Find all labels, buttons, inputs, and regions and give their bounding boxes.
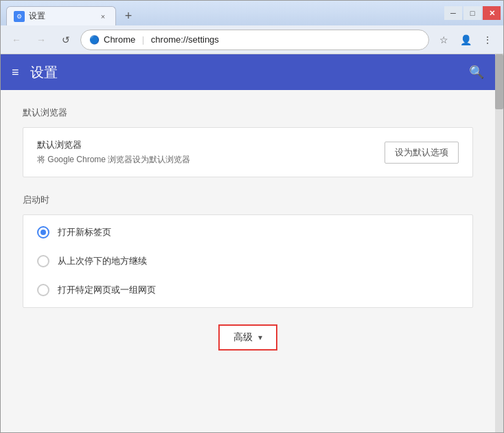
new-tab-button[interactable]: + xyxy=(119,6,138,25)
radio-specific[interactable] xyxy=(37,284,49,296)
advanced-button[interactable]: 高级 ▾ xyxy=(218,324,277,351)
reload-button[interactable]: ↺ xyxy=(56,30,76,50)
advanced-section: 高级 ▾ xyxy=(23,324,473,351)
address-bar[interactable]: 🔵 Chrome | chrome://settings xyxy=(80,30,429,50)
content-area: ≡ 设置 🔍 默认浏览器 默认浏览器 将 Google Chrome 浏览器设为… xyxy=(1,54,503,432)
default-browser-label: 默认浏览器 xyxy=(37,139,190,151)
startup-section-title: 启动时 xyxy=(23,194,473,206)
radio-new-tab[interactable] xyxy=(37,226,49,238)
search-icon[interactable]: 🔍 xyxy=(469,65,484,80)
secure-icon: 🔵 xyxy=(89,35,100,45)
address-text: Chrome | chrome://settings xyxy=(104,34,420,45)
menu-button[interactable]: ⋮ xyxy=(477,30,498,50)
startup-option-specific[interactable]: 打开特定网页或一组网页 xyxy=(23,276,472,304)
advanced-label: 高级 xyxy=(233,331,253,344)
tab-area: ⚙ 设置 × + xyxy=(6,1,444,25)
tab-close-button[interactable]: × xyxy=(98,11,108,22)
settings-container: ≡ 设置 🔍 默认浏览器 默认浏览器 将 Google Chrome 浏览器设为… xyxy=(1,54,495,432)
default-browser-info: 默认浏览器 将 Google Chrome 浏览器设为默认浏览器 xyxy=(37,139,190,166)
radio-continue[interactable] xyxy=(37,255,49,267)
scrollbar-thumb[interactable] xyxy=(495,54,503,109)
settings-body: 默认浏览器 默认浏览器 将 Google Chrome 浏览器设为默认浏览器 设… xyxy=(1,90,495,384)
hamburger-icon[interactable]: ≡ xyxy=(12,65,19,80)
default-browser-card: 默认浏览器 将 Google Chrome 浏览器设为默认浏览器 设为默认选项 xyxy=(23,127,473,177)
maximize-button[interactable]: □ xyxy=(463,6,481,20)
browser-window: ⚙ 设置 × + ─ □ ✕ ← → ↺ 🔵 Chrome | chrome:/… xyxy=(0,0,504,433)
scrollbar-track[interactable] xyxy=(495,54,503,432)
navbar: ← → ↺ 🔵 Chrome | chrome://settings ☆ 👤 ⋮ xyxy=(1,25,503,54)
titlebar: ⚙ 设置 × + ─ □ ✕ xyxy=(1,1,503,25)
back-button[interactable]: ← xyxy=(6,30,27,50)
chevron-down-icon: ▾ xyxy=(258,333,262,342)
settings-header: ≡ 设置 🔍 xyxy=(1,54,495,90)
active-tab[interactable]: ⚙ 设置 × xyxy=(6,6,116,25)
startup-option-label-new-tab: 打开新标签页 xyxy=(58,226,111,238)
settings-page-title: 设置 xyxy=(30,63,458,82)
bookmark-button[interactable]: ☆ xyxy=(433,30,454,50)
startup-card: 打开新标签页 从上次停下的地方继续 打开特定网页或一组网页 xyxy=(23,214,473,308)
close-button[interactable]: ✕ xyxy=(483,6,501,20)
nav-right-buttons: ☆ 👤 ⋮ xyxy=(433,30,498,50)
set-default-button[interactable]: 设为默认选项 xyxy=(385,142,459,164)
window-controls: ─ □ ✕ xyxy=(444,6,503,20)
forward-button[interactable]: → xyxy=(31,30,51,50)
tab-title: 设置 xyxy=(29,10,93,22)
default-browser-section-title: 默认浏览器 xyxy=(23,107,473,119)
startup-option-label-continue: 从上次停下的地方继续 xyxy=(58,255,147,267)
radio-inner xyxy=(41,230,46,235)
tab-favicon: ⚙ xyxy=(14,11,25,22)
startup-option-new-tab[interactable]: 打开新标签页 xyxy=(23,218,472,247)
default-browser-desc: 将 Google Chrome 浏览器设为默认浏览器 xyxy=(37,154,190,166)
minimize-button[interactable]: ─ xyxy=(444,6,462,20)
profile-button[interactable]: 👤 xyxy=(455,30,476,50)
startup-option-continue[interactable]: 从上次停下的地方继续 xyxy=(23,247,472,276)
startup-option-label-specific: 打开特定网页或一组网页 xyxy=(58,284,156,296)
